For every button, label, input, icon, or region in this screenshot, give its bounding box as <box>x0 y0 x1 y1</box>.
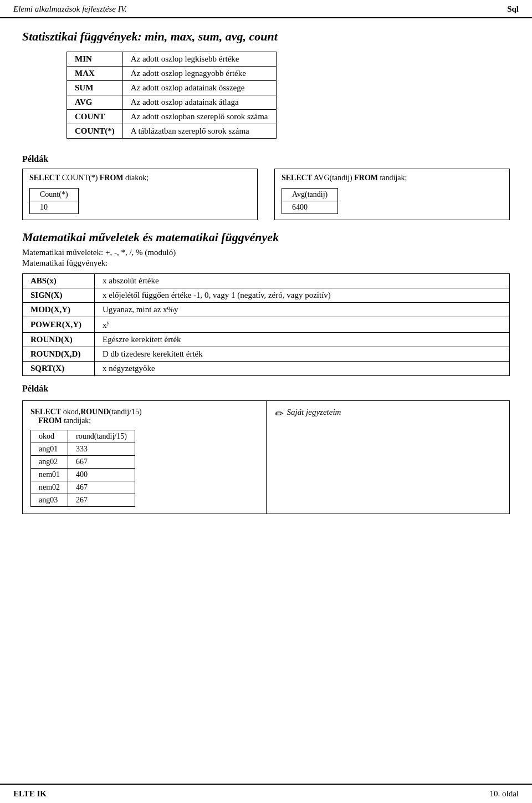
peldak2-label: Példák <box>22 384 48 393</box>
example1-result-table: Count(*) 10 <box>29 188 79 214</box>
stats-desc: Az adott oszlop legnagyobb értéke <box>122 67 276 81</box>
math-func: SIGN(X) <box>23 288 95 303</box>
stats-table: MINAz adott oszlop legkisebb értékeMAXAz… <box>66 52 277 139</box>
math-sub2: Matematikai függvények: <box>22 258 510 268</box>
page-footer: ELTE IK 10. oldal <box>0 784 532 803</box>
stats-desc: Az adott oszlop adatainak összege <box>122 81 276 95</box>
header-subject: Sql <box>507 4 519 14</box>
footer-left: ELTE IK <box>13 789 47 799</box>
stats-row: COUNT(*)A táblázatban szereplő sorok szá… <box>67 124 277 139</box>
stats-func: AVG <box>67 95 123 110</box>
round-value: 267 <box>68 494 135 507</box>
examples-row: SELECT COUNT(*) FROM diakok; Count(*) 10… <box>22 169 510 220</box>
math-sub1: Matematikai műveletek: +, -, *, /, % (mo… <box>22 248 510 257</box>
stats-row: SUMAz adott oszlop adatainak összege <box>67 81 277 95</box>
header-title: Elemi alkalmazások fejlesztése IV. <box>13 4 127 14</box>
round-row: ang03267 <box>31 494 135 507</box>
stats-func: COUNT(*) <box>67 124 123 139</box>
stats-desc: Az adott oszlop legkisebb értéke <box>122 52 276 67</box>
round-value: 400 <box>68 469 135 481</box>
math-desc: x előjelétől függően értéke -1, 0, vagy … <box>95 288 510 303</box>
stats-row: MAXAz adott oszlop legnagyobb értéke <box>67 67 277 81</box>
stats-func: MAX <box>67 67 123 81</box>
example1-box: SELECT COUNT(*) FROM diakok; Count(*) 10 <box>22 169 258 220</box>
example2-box: SELECT AVG(tandij) FROM tandijak; Avg(ta… <box>274 169 510 220</box>
example3-kw-select: SELECT <box>30 408 61 416</box>
stats-row: MINAz adott oszlop legkisebb értéke <box>67 52 277 67</box>
round-value: 333 <box>68 443 135 456</box>
round-okod: nem01 <box>31 469 68 481</box>
round-okod: ang03 <box>31 494 68 507</box>
stats-row: AVGAz adott oszlop adatainak átlaga <box>67 95 277 110</box>
page-header: Elemi alkalmazások fejlesztése IV. Sql <box>0 0 532 18</box>
stats-desc: A táblázatban szereplő sorok száma <box>122 124 276 139</box>
example1-kw2: FROM <box>100 174 124 182</box>
peldak1-label: Példák <box>22 154 48 164</box>
example2-result-table: Avg(tandij) 6400 <box>282 188 338 214</box>
example2-col-header: Avg(tandij) <box>282 189 338 201</box>
example2-kw: SELECT <box>282 174 312 182</box>
example3-left: SELECT okod,ROUND(tandij/15) FROM tandij… <box>23 401 267 514</box>
stats-func: MIN <box>67 52 123 67</box>
math-desc: Egészre kerekített érték <box>95 333 510 347</box>
math-desc: x négyzetgyöke <box>95 362 510 376</box>
math-func: ROUND(X) <box>23 333 95 347</box>
example3-kw-from: FROM <box>38 416 62 425</box>
math-func: POWER(X,Y) <box>23 317 95 333</box>
round-okod: nem02 <box>31 481 68 494</box>
example2-query: SELECT AVG(tandij) FROM tandijak; <box>275 169 509 185</box>
stats-func: COUNT <box>67 110 123 124</box>
stats-row: COUNTAz adott oszlopban szereplő sorok s… <box>67 110 277 124</box>
sajat-jegyzeteim: Saját jegyzeteim <box>287 408 341 417</box>
math-func: ABS(x) <box>23 274 95 288</box>
round-value: 467 <box>68 481 135 494</box>
math-desc: x abszolút értéke <box>95 274 510 288</box>
example3-result-table: okod round(tandij/15) ang01333ang02667ne… <box>30 430 135 507</box>
example3-kw-round: ROUND <box>80 408 109 416</box>
example2-kw2: FROM <box>354 174 378 182</box>
round-okod: ang01 <box>31 443 68 456</box>
math-desc: D db tizedesre kerekített érték <box>95 347 510 362</box>
math-func: SQRT(X) <box>23 362 95 376</box>
example3-right: ✏ Saját jegyzeteim <box>267 401 510 514</box>
example2-col-value: 6400 <box>282 201 338 214</box>
example3-col1-header: okod <box>31 430 68 443</box>
round-row: ang02667 <box>31 456 135 469</box>
math-row: ROUND(X,D)D db tizedesre kerekített érté… <box>23 347 510 362</box>
math-desc: xy <box>95 317 510 333</box>
example1-query: SELECT COUNT(*) FROM diakok; <box>23 169 257 185</box>
round-row: nem02467 <box>31 481 135 494</box>
round-row: nem01400 <box>31 469 135 481</box>
example1-col-value: 10 <box>30 201 79 214</box>
round-row: ang01333 <box>31 443 135 456</box>
math-desc: Ugyanaz, mint az x%y <box>95 303 510 317</box>
footer-right: 10. oldal <box>490 789 519 799</box>
math-func: MOD(X,Y) <box>23 303 95 317</box>
math-row: POWER(X,Y)xy <box>23 317 510 333</box>
example1-kw: SELECT <box>29 174 60 182</box>
round-value: 667 <box>68 456 135 469</box>
stats-desc: Az adott oszlopban szereplő sorok száma <box>122 110 276 124</box>
math-row: MOD(X,Y)Ugyanaz, mint az x%y <box>23 303 510 317</box>
round-okod: ang02 <box>31 456 68 469</box>
math-func: ROUND(X,D) <box>23 347 95 362</box>
math-row: ABS(x)x abszolút értéke <box>23 274 510 288</box>
example3-query: SELECT okod,ROUND(tandij/15) FROM tandij… <box>30 408 258 425</box>
section1-heading: Statisztikai függvények: min, max, sum, … <box>22 29 510 44</box>
example1-col-header: Count(*) <box>30 189 79 201</box>
example3-box: SELECT okod,ROUND(tandij/15) FROM tandij… <box>22 400 510 514</box>
math-functions-table: ABS(x)x abszolút értékeSIGN(X)x előjelét… <box>22 273 510 376</box>
math-row: SQRT(X)x négyzetgyöke <box>23 362 510 376</box>
stats-desc: Az adott oszlop adatainak átlaga <box>122 95 276 110</box>
math-row: SIGN(X)x előjelétől függően értéke -1, 0… <box>23 288 510 303</box>
example3-col2-header: round(tandij/15) <box>68 430 135 443</box>
math-row: ROUND(X)Egészre kerekített érték <box>23 333 510 347</box>
pencil-icon: ✏ <box>274 408 283 420</box>
section2-heading: Matematikai műveletek és matematikai füg… <box>22 230 510 245</box>
stats-func: SUM <box>67 81 123 95</box>
main-content: Statisztikai függvények: min, max, sum, … <box>0 18 532 525</box>
